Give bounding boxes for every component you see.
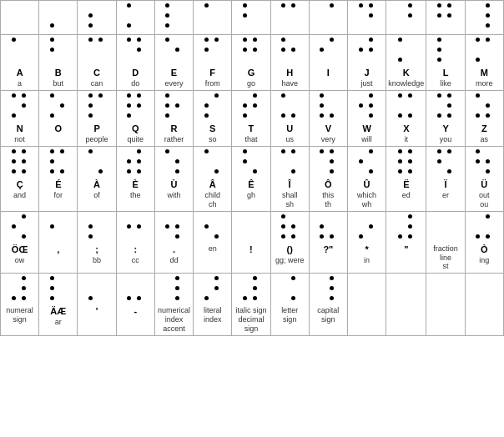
char-label: P: [93, 123, 99, 134]
word-label: numeralsign: [6, 306, 33, 324]
cell-r2-c9: Wwill: [347, 90, 386, 146]
cell-r3-c9: Ûwhichwh: [347, 146, 386, 211]
char-label: Ë: [403, 179, 409, 190]
cell-r3-c7: Îshallsh: [270, 146, 309, 211]
word-label: so: [209, 135, 217, 144]
word-label: very: [321, 135, 335, 144]
char-label: Ü: [481, 179, 487, 190]
char-label: M: [481, 68, 488, 78]
cell-r0-c2: [78, 1, 116, 35]
cell-r0-c6: [232, 1, 270, 35]
word-label: capitalsign: [317, 306, 339, 324]
char-label: :: [134, 244, 137, 255]
cell-r4-c3: :cc: [116, 211, 154, 273]
word-label: whichwh: [357, 191, 376, 209]
cell-r3-c4: Ùwith: [154, 146, 193, 211]
cell-r0-c0: [1, 1, 39, 35]
char-label: .: [173, 244, 175, 255]
cell-r4-c7: ()gg; were: [270, 211, 309, 273]
cell-r5-c4: numericalindexaccent: [154, 274, 193, 335]
cell-r4-c6: !: [232, 211, 270, 273]
cell-r1-c8: I: [309, 35, 347, 91]
cell-r3-c0: Çand: [1, 146, 39, 211]
cell-r3-c10: Ëed: [386, 146, 426, 211]
cell-r1-c3: Ddo: [116, 35, 154, 91]
cell-r0-c4: [154, 1, 193, 35]
cell-r0-c3: [116, 1, 154, 35]
char-label: Ù: [171, 179, 178, 190]
word-label: not: [14, 135, 25, 144]
cell-r5-c2: ': [78, 274, 116, 335]
cell-r1-c10: Kknowledge: [386, 35, 426, 91]
cell-r4-c11: fraction linest: [426, 211, 465, 273]
cell-r2-c4: Rrather: [154, 90, 193, 146]
cell-r2-c6: Tthat: [232, 90, 270, 146]
word-label: thisth: [322, 191, 334, 209]
braille-table: AaBbutCcanDdoEeveryFfromGgoHhaveIJjustKk…: [0, 0, 504, 336]
word-label: of: [93, 191, 100, 200]
char-label: Ç: [17, 179, 23, 190]
word-label: rather: [164, 135, 184, 144]
cell-r2-c7: Uus: [270, 90, 309, 146]
char-label: X: [403, 123, 409, 134]
word-label: cc: [132, 256, 139, 265]
cell-r5-c9: [347, 274, 386, 335]
char-label: Ò: [481, 244, 488, 255]
char-label: Î: [289, 179, 291, 190]
char-label: È: [133, 179, 139, 190]
char-label: G: [248, 68, 255, 78]
word-label: it: [405, 135, 409, 144]
char-label: S: [209, 123, 215, 134]
cell-r3-c6: Êgh: [232, 146, 270, 211]
word-label: bb: [93, 256, 101, 265]
cell-r1-c7: Hhave: [270, 35, 309, 91]
char-label: ": [404, 244, 408, 255]
word-label: childch: [204, 191, 220, 209]
char-label: V: [325, 123, 331, 134]
cell-r2-c3: Qquite: [116, 90, 154, 146]
word-label: knowledge: [388, 79, 424, 88]
cell-r2-c8: Vvery: [309, 90, 347, 146]
cell-r3-c5: Âchildch: [194, 146, 232, 211]
cell-r5-c5: literalindex: [194, 274, 232, 335]
word-label: will: [361, 135, 372, 144]
cell-r4-c5: en: [194, 211, 232, 273]
char-label: N: [17, 123, 23, 134]
cell-r2-c1: O: [39, 90, 78, 146]
char-label: ;: [95, 244, 98, 255]
word-label: like: [440, 79, 451, 88]
char-label: Û: [364, 179, 370, 190]
word-label: literalindex: [204, 306, 222, 324]
cell-r0-c5: [194, 1, 232, 35]
cell-r1-c5: Ffrom: [194, 35, 232, 91]
char-label: A: [17, 68, 23, 78]
cell-r1-c1: Bbut: [39, 35, 78, 91]
char-label: Ï: [445, 179, 447, 190]
char-label: É: [55, 179, 61, 190]
cell-r4-c10: ": [386, 211, 426, 273]
char-label: B: [55, 68, 62, 78]
word-label: can: [91, 79, 103, 88]
char-label: C: [93, 68, 100, 78]
cell-r5-c6: italic signdecimalsign: [232, 274, 270, 335]
cell-r0-c9: [347, 1, 386, 35]
char-label: L: [443, 68, 449, 78]
word-label: numericalindexaccent: [158, 306, 190, 333]
word-label: you: [440, 135, 452, 144]
word-label: a: [18, 79, 22, 88]
cell-r0-c7: [270, 1, 309, 35]
word-label: but: [53, 79, 64, 88]
word-label: go: [247, 79, 255, 88]
word-label: ow: [15, 256, 25, 265]
cell-r4-c12: Òing: [465, 211, 503, 273]
char-label: Â: [209, 179, 216, 190]
cell-r3-c1: Éfor: [39, 146, 78, 211]
cell-r1-c4: Eevery: [154, 35, 193, 91]
cell-r1-c12: Mmore: [465, 35, 503, 91]
cell-r5-c0: numeralsign: [1, 274, 39, 335]
word-label: en: [209, 244, 217, 254]
char-label: Q: [132, 123, 139, 134]
word-label: in: [364, 256, 370, 265]
cell-r4-c2: ;bb: [78, 211, 116, 273]
word-label: the: [130, 191, 141, 200]
